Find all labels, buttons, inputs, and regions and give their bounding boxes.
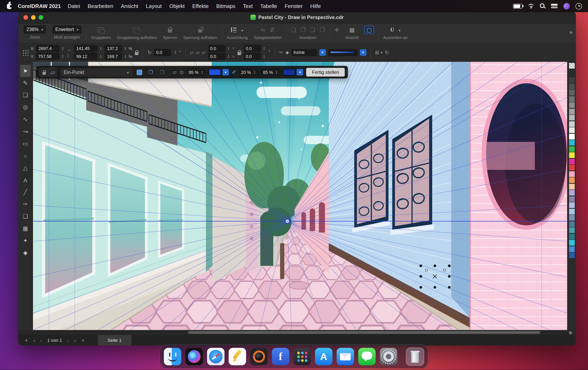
color-swatch[interactable] xyxy=(569,171,575,177)
menu-item-tabelle[interactable]: Tabelle xyxy=(256,3,281,9)
mirror-c-button[interactable]: ▱ xyxy=(196,50,200,55)
first-page-button[interactable]: « xyxy=(31,337,38,343)
fill-a-field[interactable]: 20 % xyxy=(239,68,258,76)
pick-tool[interactable]: ➤ xyxy=(20,65,31,77)
fill-b-stepper[interactable] xyxy=(275,70,278,74)
offset-top-input[interactable]: 0.0 xyxy=(208,45,225,52)
zoom-window-button[interactable] xyxy=(39,15,43,19)
eyedropper-tool[interactable]: ✦ xyxy=(20,235,31,247)
clock-icon[interactable] xyxy=(576,3,582,9)
freehand-tool[interactable]: ∿ xyxy=(20,113,31,125)
no-color-swatch[interactable] xyxy=(569,63,575,69)
y-input[interactable]: 757.58 xyxy=(36,53,59,60)
shape-tool[interactable]: ✎ xyxy=(20,77,31,89)
battery-icon[interactable] xyxy=(513,4,523,9)
plane-box-button[interactable]: ❒ xyxy=(147,68,155,76)
fill-b-field[interactable]: 85 % xyxy=(261,68,280,76)
color-swatch[interactable] xyxy=(569,109,575,114)
finish-button[interactable]: Fertig stellen xyxy=(306,68,345,77)
color-swatch[interactable] xyxy=(569,121,575,127)
align-icon[interactable] xyxy=(231,27,237,32)
color-swatch[interactable] xyxy=(569,209,575,214)
color-swatch[interactable] xyxy=(569,134,575,139)
zoom-tool[interactable]: ◎ xyxy=(20,101,31,113)
opacity-field[interactable]: 95 % xyxy=(187,68,206,76)
menu-item-text[interactable]: Text xyxy=(239,3,257,9)
chevron-down-icon[interactable]: ▾ xyxy=(222,69,229,75)
crop-tool[interactable]: ❏ xyxy=(20,89,31,101)
offset-bottom-stepper[interactable] xyxy=(227,54,230,58)
close-button[interactable] xyxy=(23,15,28,19)
corner-top-input[interactable]: 0.0 xyxy=(243,45,261,52)
messages-dock-icon[interactable] xyxy=(358,348,376,365)
chevron-down-icon[interactable] xyxy=(241,26,243,33)
color-swatch[interactable] xyxy=(569,246,575,252)
app-store-dock-icon[interactable] xyxy=(315,348,332,365)
system-settings-dock-icon[interactable] xyxy=(380,348,397,365)
smart-fill-tool[interactable]: ◆ xyxy=(20,247,31,259)
view-mode-dropdown[interactable]: Erweitert xyxy=(52,25,82,34)
forward-one-icon[interactable]: ❏ xyxy=(310,27,315,33)
interactive-fill-tool[interactable]: ❑ xyxy=(20,210,31,222)
corner-tr-icon[interactable]: ⌝ xyxy=(268,50,270,55)
outline-style-dropdown[interactable]: Keine ▾ xyxy=(291,49,326,56)
object-origin-icon[interactable] xyxy=(22,49,29,55)
corner-bottom-stepper[interactable] xyxy=(262,54,266,58)
toolbar-overflow-chevrons[interactable]: » xyxy=(569,29,572,35)
color-swatch[interactable] xyxy=(569,140,575,146)
menu-item-objekt[interactable]: Objekt xyxy=(166,3,189,9)
menu-item-fenster[interactable]: Fenster xyxy=(281,3,306,9)
lock-icon[interactable] xyxy=(40,68,48,76)
grid-plane-icon[interactable]: ▱ xyxy=(173,70,177,74)
safari-dock-icon[interactable] xyxy=(207,348,224,365)
opacity-stepper[interactable] xyxy=(200,70,204,74)
polygon-tool[interactable]: △ xyxy=(20,162,31,174)
color-swatch[interactable] xyxy=(569,221,575,227)
text-tool[interactable]: A xyxy=(20,174,31,186)
chevron-down-icon[interactable]: ▾ xyxy=(297,69,303,75)
corner-bottom-input[interactable]: 0.0 xyxy=(243,53,261,60)
outline-pen-icon[interactable]: ✑ xyxy=(279,50,283,55)
height-input[interactable]: 99.12 xyxy=(74,53,98,60)
zoom-level-dropdown[interactable]: 236% xyxy=(23,25,46,34)
menu-item-ansicht[interactable]: Ansicht xyxy=(117,3,142,9)
color-swatch[interactable] xyxy=(569,240,575,246)
color-swatch[interactable] xyxy=(569,190,575,196)
wrap-text-dropdown[interactable]: ⊞ xyxy=(375,49,383,56)
corner-top-stepper[interactable] xyxy=(262,46,266,50)
ellipse-tool[interactable]: ○ xyxy=(20,150,31,162)
color-swatch[interactable] xyxy=(569,77,575,83)
color-swatch[interactable] xyxy=(569,146,575,152)
angle-stepper[interactable] xyxy=(174,51,177,54)
window-titlebar[interactable]: Pastel City - Draw in Perspective.cdr xyxy=(18,11,576,23)
avatar-icon[interactable] xyxy=(563,3,570,9)
mirror-vertical-icon[interactable]: ⇵ xyxy=(270,27,275,33)
group-icon[interactable] xyxy=(97,27,103,32)
add-page-button-2[interactable]: + xyxy=(79,338,87,343)
corner-zoom-icon[interactable]: ⊕ xyxy=(567,330,574,335)
magnet-icon[interactable]: U xyxy=(390,27,394,33)
deep-color-dropdown[interactable]: ▾ xyxy=(283,69,303,75)
fill-a-stepper[interactable] xyxy=(253,70,256,74)
corner-bl-icon[interactable]: ⌞ xyxy=(232,53,235,58)
back-one-icon[interactable]: ❐ xyxy=(320,27,325,33)
line-tool[interactable]: ╱ xyxy=(20,186,31,198)
scale-h-stepper[interactable] xyxy=(124,46,127,50)
color-swatch[interactable] xyxy=(569,227,575,233)
scrollbar-thumb[interactable] xyxy=(188,331,540,334)
menu-item-hilfe[interactable]: Hilfe xyxy=(306,3,325,9)
mesh-fill-tool[interactable]: ▦ xyxy=(20,222,31,234)
color-swatch[interactable] xyxy=(569,215,575,221)
unlock-icon[interactable] xyxy=(198,29,202,33)
mail-dock-icon[interactable] xyxy=(337,348,354,365)
color-swatch[interactable] xyxy=(569,196,575,202)
artistic-media-tool[interactable]: ✑ xyxy=(20,198,31,210)
rectangle-tool[interactable]: ▭ xyxy=(20,138,31,150)
menu-item-bearbeiten[interactable]: Bearbeiten xyxy=(84,3,117,9)
apple-menu-icon[interactable] xyxy=(7,3,12,9)
search-icon[interactable] xyxy=(540,3,545,9)
scale-h-input[interactable]: 137.2 xyxy=(105,45,122,52)
next-page-button[interactable]: › xyxy=(65,337,71,343)
siri-dock-icon[interactable] xyxy=(185,348,203,365)
color-swatch[interactable] xyxy=(569,127,575,133)
